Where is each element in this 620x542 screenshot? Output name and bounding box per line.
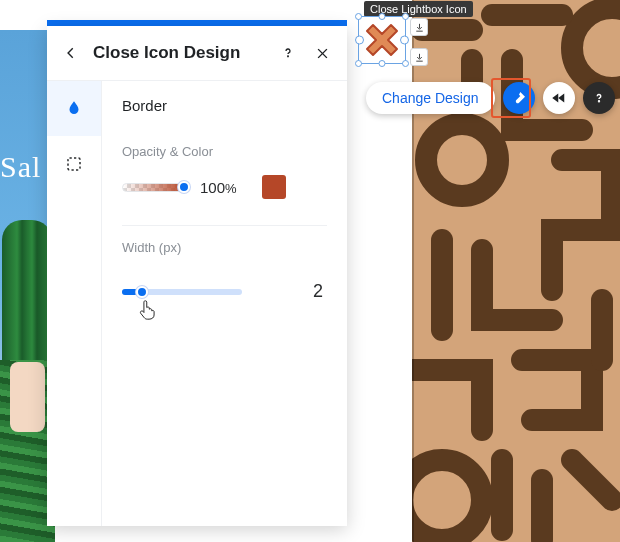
- close-icon: [315, 46, 330, 61]
- sale-text-fragment: Sal: [0, 150, 41, 184]
- brush-icon: [511, 90, 527, 106]
- panel-header: Close Icon Design: [47, 26, 347, 81]
- svg-point-0: [426, 124, 498, 196]
- opacity-value: 100%: [200, 179, 248, 196]
- help-icon: [280, 45, 296, 61]
- animation-button[interactable]: [543, 82, 575, 114]
- element-toolbar: Change Design: [366, 82, 615, 114]
- help-circle-button[interactable]: [583, 82, 615, 114]
- close-panel-button[interactable]: [311, 42, 333, 64]
- panel-content: Border Opacity & Color 100% Width (px): [102, 81, 347, 526]
- svg-point-12: [598, 101, 599, 102]
- panel-side-tabs: [47, 81, 102, 526]
- download-button-top[interactable]: [410, 18, 428, 36]
- tab-fill[interactable]: [47, 81, 101, 136]
- width-label: Width (px): [122, 240, 327, 255]
- download-icon: [414, 22, 425, 33]
- design-button[interactable]: [503, 82, 535, 114]
- svg-point-3: [288, 56, 289, 57]
- change-design-button[interactable]: Change Design: [366, 82, 495, 114]
- selection-outline: [358, 16, 406, 64]
- help-button[interactable]: [277, 42, 299, 64]
- download-icon: [414, 52, 425, 63]
- divider: [122, 225, 327, 226]
- tab-corners[interactable]: [47, 136, 101, 191]
- dashed-square-icon: [65, 155, 83, 173]
- svg-rect-6: [68, 158, 80, 170]
- back-button[interactable]: [61, 46, 81, 60]
- panel-title: Close Icon Design: [93, 43, 265, 63]
- svg-marker-10: [552, 94, 558, 103]
- opacity-color-label: Opacity & Color: [122, 144, 327, 159]
- selected-close-icon[interactable]: [358, 16, 406, 64]
- pointer-cursor-icon: [138, 299, 158, 326]
- download-button-bottom[interactable]: [410, 48, 428, 66]
- width-value: 2: [313, 281, 323, 302]
- close-icon-design-panel: Close Icon Design Border Opacity & Color: [47, 26, 347, 526]
- question-icon: [592, 91, 606, 105]
- droplet-icon: [65, 99, 83, 117]
- svg-point-2: [412, 460, 482, 540]
- color-swatch[interactable]: [262, 175, 286, 199]
- svg-point-1: [572, 8, 620, 88]
- animation-icon: [550, 89, 568, 107]
- width-slider-thumb[interactable]: [136, 286, 148, 298]
- cactus-graphic: [2, 220, 52, 360]
- section-title-border: Border: [122, 97, 327, 114]
- opacity-slider-thumb[interactable]: [178, 181, 190, 193]
- chevron-left-icon: [64, 46, 78, 60]
- skin-graphic: [10, 362, 45, 432]
- opacity-slider[interactable]: [122, 183, 186, 192]
- width-slider[interactable]: [122, 289, 242, 295]
- svg-marker-11: [558, 94, 564, 103]
